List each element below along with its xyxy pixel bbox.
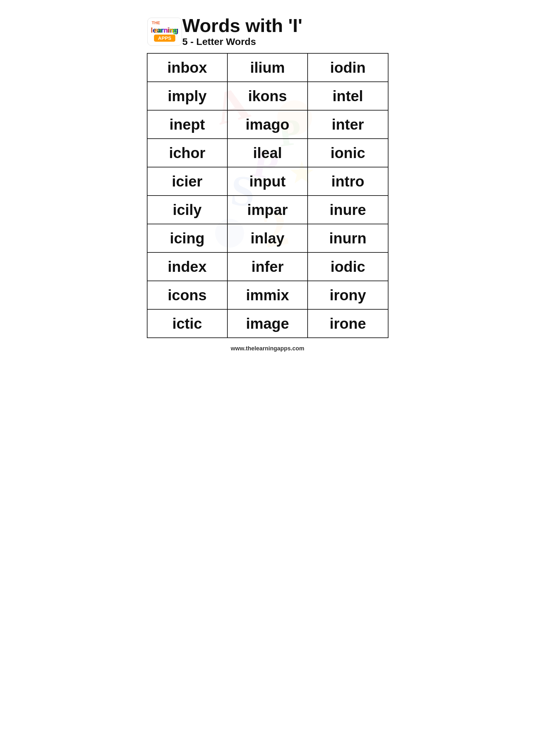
word-cell: inbox [147,53,227,82]
word-cell: input [227,167,308,196]
word-cell: irone [308,309,388,338]
word-cell: intro [308,167,388,196]
word-cell: inter [308,110,388,139]
table-row: indexinferiodic [147,253,388,281]
word-cell: icier [147,167,227,196]
word-cell: ikons [227,82,308,110]
word-cell: inure [308,196,388,224]
table-row: icinginlayinurn [147,224,388,253]
word-cell: image [227,309,308,338]
table-row: icierinputintro [147,167,388,196]
word-cell: iodin [308,53,388,82]
table-row: iconsimmixirony [147,281,388,309]
subtitle: 5 - Letter Words [183,36,302,47]
word-cell: ileal [227,139,308,167]
word-cell: icily [147,196,227,224]
word-cell: index [147,253,227,281]
word-cell: intel [308,82,388,110]
word-cell: icing [147,224,227,253]
word-cell: ionic [308,139,388,167]
word-cell: imago [227,110,308,139]
word-table: inboxiliumiodinimplyikonsintelineptimago… [147,53,388,338]
svg-text:g: g [173,26,177,34]
word-cell: infer [227,253,308,281]
main-title: Words with 'I' [183,16,302,35]
word-cell: iodic [308,253,388,281]
word-cell: irony [308,281,388,309]
word-cell: ictic [147,309,227,338]
header: THE learning l e a r n i n g APPS Words … [147,16,388,47]
word-cell: inept [147,110,227,139]
svg-text:l: l [151,26,153,34]
header-text: Words with 'I' 5 - Letter Words [183,16,302,47]
word-cell: immix [227,281,308,309]
table-row: ineptimagointer [147,110,388,139]
table-row: inboxiliumiodin [147,53,388,82]
svg-text:THE: THE [152,20,160,25]
logo: THE learning l e a r n i n g APPS [147,17,183,46]
svg-text:APPS: APPS [158,35,171,41]
table-row: icticimageirone [147,309,388,338]
word-cell: inlay [227,224,308,253]
page: THE learning l e a r n i n g APPS Words … [134,7,401,365]
word-cell: icons [147,281,227,309]
word-cell: ichor [147,139,227,167]
table-row: icilyimparinure [147,196,388,224]
footer: www.thelearningapps.com [147,345,388,352]
word-cell: ilium [227,53,308,82]
footer-url: www.thelearningapps.com [231,345,304,352]
word-cell: inurn [308,224,388,253]
table-row: implyikonsintel [147,82,388,110]
table-row: ichorilealionic [147,139,388,167]
word-cell: imply [147,82,227,110]
word-cell: impar [227,196,308,224]
